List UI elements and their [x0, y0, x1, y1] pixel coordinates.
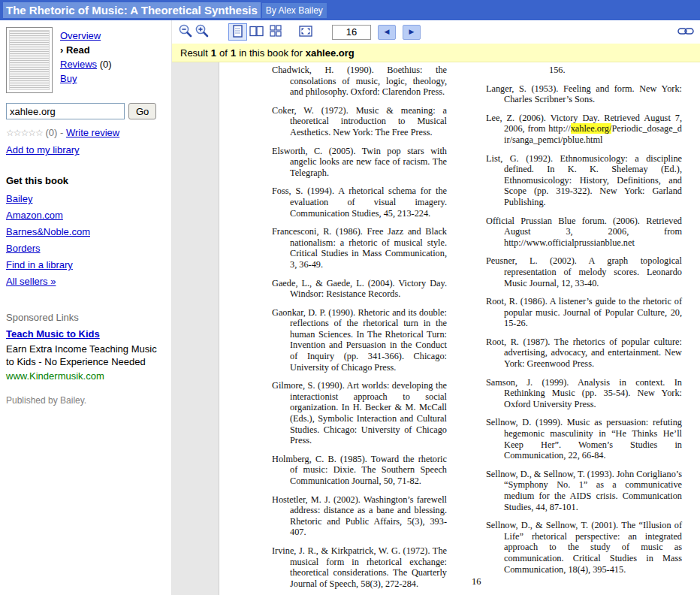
rating-separator: -: [60, 127, 63, 138]
book-page: Chadwick, H. (1990). Boethius: the conso…: [219, 62, 700, 595]
result-current: 1: [211, 47, 216, 59]
result-prefix: Result: [180, 47, 208, 59]
next-arrow-icon: ▶: [409, 29, 415, 35]
reference-item: Francesconi, R. (1986). Free Jazz and Bl…: [272, 226, 447, 270]
seller-link-barnesnoble[interactable]: Barnes&Noble.com: [6, 226, 90, 237]
page-number-footer: 16: [472, 576, 481, 587]
reference-item: Root, R. (1986). A listener’s guide to t…: [486, 296, 682, 329]
reference-item: Root, R. (1987). The rhetorics of popula…: [486, 337, 682, 370]
next-page-button[interactable]: ▶: [403, 25, 421, 40]
sidebar: Overview › Read Reviews (0) Buy Go ☆☆☆☆☆…: [0, 20, 171, 595]
add-to-library-link[interactable]: Add to my library: [6, 144, 80, 156]
search-in-book: Go: [6, 103, 165, 119]
page-layout: Overview › Read Reviews (0) Buy Go ☆☆☆☆☆…: [0, 20, 700, 595]
reference-item: Lee, Z. (2006). Victory Day. Retrieved A…: [486, 113, 682, 146]
result-total: 1: [231, 47, 236, 59]
thumbnail-view-button[interactable]: [266, 23, 285, 41]
reference-item: Sellnow, D., & Sellnow, T. (1993). John …: [486, 469, 682, 512]
references-columns: Chadwick, H. (1990). Boethius: the conso…: [219, 62, 700, 595]
page-view-group: [228, 23, 285, 41]
reference-item: Gaonkar, D. P. (1990). Rhetoric and its …: [272, 307, 447, 373]
reference-item: Hostetler, M. J. (2002). Washington’s fa…: [272, 494, 447, 538]
seller-link-amazon[interactable]: Amazon.com: [6, 210, 63, 221]
two-page-view-button[interactable]: [247, 23, 266, 41]
single-page-view-button[interactable]: [228, 23, 247, 41]
read-label: Read: [66, 44, 90, 56]
reference-item: Coker, W. (1972). Music & meaning: a the…: [272, 105, 447, 138]
viewer-toolbar: ◀ ▶: [172, 20, 700, 44]
reference-item: Chadwick, H. (1990). Boethius: the conso…: [272, 65, 447, 98]
reference-item: Gilmore, S. (1990). Art worlds: developi…: [272, 380, 447, 446]
result-query: xahlee.org: [306, 47, 355, 59]
rating-count: (0): [45, 127, 57, 138]
book-title: The Rhetoric of Music: A Theoretical Syn…: [3, 2, 261, 18]
reference-item: Foss, S. (1994). A rhetorical schema for…: [272, 186, 447, 219]
zoom-out-button[interactable]: [177, 24, 194, 41]
fullscreen-icon: [299, 26, 312, 39]
buy-link[interactable]: Buy: [60, 73, 77, 84]
page-number-input[interactable]: [332, 25, 371, 40]
search-result-bar: Result 1 of 1 in this book for xahlee.or…: [172, 44, 700, 62]
reference-item: Langer, S. (1953). Feeling and form. New…: [486, 83, 682, 105]
rating-row: ☆☆☆☆☆ (0) - Write review: [6, 127, 165, 138]
result-middle: in this book for: [239, 47, 303, 59]
search-hit-highlight: xahlee.org/: [571, 123, 612, 134]
references-left-column: Chadwick, H. (1990). Boethius: the conso…: [272, 65, 447, 595]
read-current-item: › Read: [60, 43, 112, 57]
two-page-icon: [249, 26, 264, 39]
fullscreen-view-button[interactable]: [299, 26, 312, 39]
single-page-icon: [233, 25, 243, 40]
link-chain-icon: [677, 26, 694, 38]
seller-link-bailey[interactable]: Bailey: [6, 193, 32, 204]
viewer-main: ◀ ▶ Result 1 of 1 in this book for xahle…: [171, 20, 700, 595]
get-this-book-heading: Get this book: [6, 175, 165, 186]
reference-item: Gaede, L., & Gaede, L. (2004). Victory D…: [272, 278, 447, 300]
zoom-in-icon: [195, 23, 210, 41]
ad-body-text: Earn Extra Income Teaching Music to Kids…: [6, 343, 161, 368]
search-input[interactable]: [6, 103, 125, 119]
zoom-in-button[interactable]: [194, 24, 210, 41]
reference-item: Sellnow, D. (1999). Music as persuasion:…: [486, 417, 682, 461]
reference-item: Official Prussian Blue forum. (2006). Re…: [486, 216, 682, 249]
find-in-library-link[interactable]: Find in a library: [6, 259, 73, 270]
ad-title-link[interactable]: Teach Music to Kids: [6, 328, 100, 340]
go-button[interactable]: Go: [128, 103, 156, 119]
book-thumbnail-image: [9, 30, 50, 90]
book-author: By Alex Bailey: [262, 3, 327, 18]
reference-item: 156.: [486, 65, 682, 76]
ad-url[interactable]: www.Kindermusik.com: [6, 370, 165, 382]
seller-link-borders[interactable]: Borders: [6, 243, 41, 254]
book-meta-block: Overview › Read Reviews (0) Buy: [6, 27, 165, 93]
star-rating-icon[interactable]: ☆☆☆☆☆: [6, 128, 43, 138]
reference-item: Samson, J. (1999). Analysis in context. …: [486, 377, 682, 410]
book-thumbnail[interactable]: [6, 27, 53, 93]
overview-link[interactable]: Overview: [60, 30, 101, 41]
reference-item: Holmberg, C. B. (1985). Toward the rheto…: [272, 454, 447, 487]
previous-page-button[interactable]: ◀: [378, 25, 396, 40]
published-by-text: Published by Bailey.: [6, 395, 165, 406]
reference-item: Peusner, L. (2002). A graph topological …: [486, 255, 682, 288]
get-this-book-section: Get this book Bailey Amazon.com Barnes&N…: [6, 175, 165, 292]
title-bar: The Rhetoric of Music: A Theoretical Syn…: [0, 0, 700, 20]
reference-item: Sellnow, D., & Sellnow, T. (2001). The “…: [486, 520, 682, 575]
sponsored-links-section: Sponsored Links Teach Music to Kids Earn…: [6, 312, 165, 382]
prev-arrow-icon: ◀: [385, 29, 390, 35]
references-right-column: 156.Langer, S. (1953). Feeling and form.…: [486, 65, 682, 595]
reference-item: Irvine, J. R., & Kirkpatrick, W. G. (197…: [272, 545, 447, 589]
all-sellers-link[interactable]: All sellers »: [6, 276, 56, 287]
reviews-link[interactable]: Reviews: [60, 59, 97, 70]
zoom-out-icon: [178, 23, 193, 41]
link-to-page-button[interactable]: [677, 26, 694, 38]
reference-item: Elsworth, C. (2005). Twin pop stars with…: [272, 146, 447, 179]
result-of: of: [219, 47, 228, 59]
reference-item: List, G. (1992). Ethnomusicology: a disc…: [486, 153, 682, 208]
write-review-link[interactable]: Write review: [66, 127, 119, 138]
reviews-count: (0): [100, 59, 112, 70]
read-marker: ›: [60, 44, 63, 56]
book-nav: Overview › Read Reviews (0) Buy: [60, 27, 112, 93]
sponsored-links-heading: Sponsored Links: [6, 312, 165, 323]
page-viewport[interactable]: Chadwick, H. (1990). Boethius: the conso…: [172, 62, 700, 595]
thumbnail-grid-icon: [270, 25, 282, 39]
